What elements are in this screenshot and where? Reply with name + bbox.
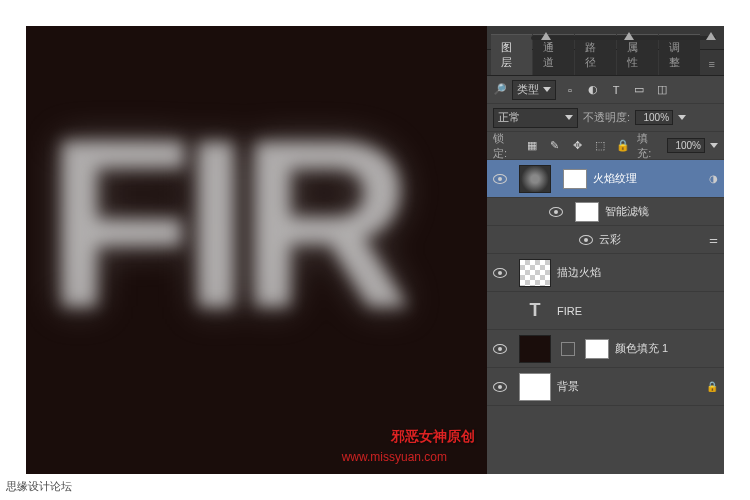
- lock-move-icon[interactable]: ✥: [569, 137, 587, 155]
- lock-icon: 🔒: [706, 381, 718, 392]
- layer-smart-filters[interactable]: 智能滤镜: [487, 198, 724, 226]
- lock-all-icon[interactable]: 🔒: [614, 137, 632, 155]
- panel-menu-icon[interactable]: ≡: [701, 53, 723, 75]
- lock-transparent-icon[interactable]: ▦: [523, 137, 541, 155]
- visibility-toggle[interactable]: [487, 174, 513, 184]
- fill-dropdown-icon[interactable]: [710, 143, 718, 148]
- tab-channels[interactable]: 通道: [533, 34, 574, 75]
- tab-adjustments[interactable]: 调整: [659, 34, 700, 75]
- watermark-red: 邪恶女神原创: [391, 428, 475, 446]
- layer-mask-thumb[interactable]: [563, 169, 587, 189]
- opacity-value[interactable]: 100%: [635, 110, 673, 125]
- canvas-area[interactable]: FIR FIR 邪恶女神原创 www.missyuan.com: [26, 26, 487, 474]
- lock-artboard-icon[interactable]: ⬚: [592, 137, 610, 155]
- smoke-text: FIR: [46, 86, 403, 362]
- filter-mask-thumb[interactable]: [575, 202, 599, 222]
- filter-type-row: 🔎 类型 ▫ ◐ T ▭ ◫: [487, 76, 724, 104]
- fill-value[interactable]: 100%: [667, 138, 705, 153]
- layer-clouds-filter[interactable]: 云彩 ⚌: [487, 226, 724, 254]
- zoom-slider[interactable]: [531, 36, 716, 40]
- layer-thumb[interactable]: [519, 165, 551, 193]
- layer-background[interactable]: 背景 🔒: [487, 368, 724, 406]
- layer-thumb[interactable]: [519, 373, 551, 401]
- smart-object-icon[interactable]: ◑: [709, 173, 718, 184]
- watermark-url: www.missyuan.com: [342, 450, 447, 464]
- tab-paths[interactable]: 路径: [575, 34, 616, 75]
- link-icon[interactable]: [561, 342, 575, 356]
- lock-label: 锁定:: [493, 131, 518, 161]
- layers-list: 火焰纹理 ◑ 智能滤镜 云彩 ⚌ 描边火焰: [487, 160, 724, 474]
- visibility-toggle[interactable]: [487, 382, 513, 392]
- visibility-toggle[interactable]: [487, 306, 513, 316]
- filter-adjust-icon[interactable]: ◐: [584, 81, 602, 99]
- layer-mask-thumb[interactable]: [585, 339, 609, 359]
- blend-mode-select[interactable]: 正常: [493, 108, 578, 128]
- visibility-toggle[interactable]: [487, 344, 513, 354]
- layer-fire-texture[interactable]: 火焰纹理 ◑: [487, 160, 724, 198]
- opacity-label: 不透明度:: [583, 110, 630, 125]
- panel-tabs: 图层 通道 路径 属性 调整 ≡: [487, 50, 724, 76]
- lock-brush-icon[interactable]: ✎: [546, 137, 564, 155]
- layer-color-fill[interactable]: 颜色填充 1: [487, 330, 724, 368]
- layer-stroke-fire[interactable]: 描边火焰: [487, 254, 724, 292]
- filter-kind-select[interactable]: 类型: [512, 80, 556, 100]
- blend-mode-row: 正常 不透明度: 100%: [487, 104, 724, 132]
- text-layer-icon[interactable]: T: [519, 297, 551, 325]
- filter-shape-icon[interactable]: ▭: [630, 81, 648, 99]
- layer-thumb[interactable]: [519, 259, 551, 287]
- filter-options-icon[interactable]: ⚌: [709, 234, 718, 245]
- filter-text-icon[interactable]: T: [607, 81, 625, 99]
- opacity-dropdown-icon[interactable]: [678, 115, 686, 120]
- lock-row: 锁定: ▦ ✎ ✥ ⬚ 🔒 填充: 100%: [487, 132, 724, 160]
- tab-layers[interactable]: 图层: [491, 34, 532, 75]
- layer-thumb[interactable]: [519, 335, 551, 363]
- visibility-toggle[interactable]: [573, 235, 599, 245]
- search-icon[interactable]: 🔎: [493, 83, 507, 96]
- fill-label: 填充:: [637, 131, 662, 161]
- tab-properties[interactable]: 属性: [617, 34, 658, 75]
- page-watermark: 思缘设计论坛: [6, 479, 72, 494]
- filter-smart-icon[interactable]: ◫: [653, 81, 671, 99]
- visibility-toggle[interactable]: [543, 207, 569, 217]
- filter-pixel-icon[interactable]: ▫: [561, 81, 579, 99]
- visibility-toggle[interactable]: [487, 268, 513, 278]
- panels-sidebar: 100% 图层 通道 路径 属性 调整 ≡ 🔎 类型 ▫ ◐ T ▭ ◫: [487, 26, 724, 474]
- layer-fire-text[interactable]: T FIRE: [487, 292, 724, 330]
